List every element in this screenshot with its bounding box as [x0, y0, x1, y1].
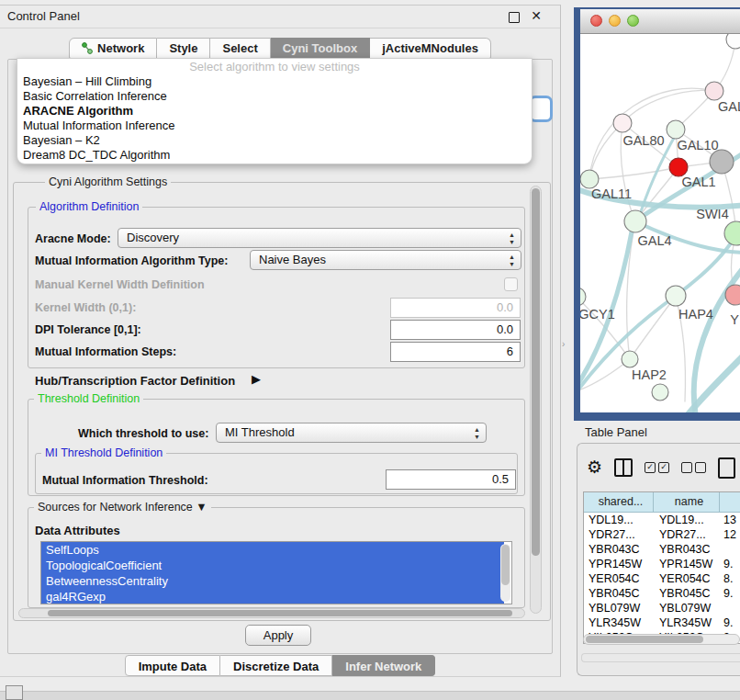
attribute-item[interactable]: gal4RGexp	[41, 589, 504, 604]
which-threshold-combo[interactable]: MI Threshold ▲▼	[216, 423, 487, 443]
table-row[interactable]: YER054CYER054C8.	[584, 571, 740, 586]
algorithm-option[interactable]: Mutual Information Inference	[17, 119, 532, 133]
panel-splitter-handle[interactable]: ›	[562, 338, 571, 351]
which-threshold-label: Which threshold to use:	[78, 427, 208, 440]
table-cell: YBR043C	[584, 542, 654, 557]
attribute-table: shared...name YDL19...YDL19...13YDR27...…	[583, 491, 740, 644]
tab-network[interactable]: Network	[69, 38, 157, 59]
network-node-swi4[interactable]	[724, 221, 740, 245]
column-header[interactable]: name	[654, 492, 720, 512]
node-label-gal1: GAL1	[681, 175, 715, 189]
columns-icon[interactable]	[614, 458, 633, 477]
mac-close-icon[interactable]	[590, 15, 602, 27]
control-panel-titlebar: Control Panel ✕	[0, 6, 560, 28]
network-node-y[interactable]	[725, 285, 740, 305]
table-row[interactable]: YLR345WYLR345W9.	[584, 615, 740, 630]
screen: Control Panel ✕ NetworkStyleSelectCyni T…	[0, 0, 740, 700]
network-edge[interactable]	[591, 167, 678, 179]
mi-threshold-field[interactable]: 0.5	[386, 469, 516, 490]
network-node-hap2[interactable]	[622, 351, 638, 367]
attributes-list-scrollbar[interactable]	[500, 544, 510, 602]
algorithm-option[interactable]: Basic Correlation Inference	[17, 89, 532, 104]
algorithm-option[interactable]: Dream8 DC_TDC Algorithm	[17, 148, 532, 163]
table-horizontal-scrollbar-thumb[interactable]	[586, 636, 703, 643]
network-node-gal11[interactable]	[580, 170, 599, 188]
aracne-mode-combo[interactable]: Discovery ▲▼	[118, 228, 521, 248]
settings-horizontal-scrollbar-thumb[interactable]	[48, 610, 512, 616]
table-cell: YBL079W	[584, 601, 654, 615]
column-header[interactable]	[720, 492, 740, 512]
network-node-gal80[interactable]	[613, 114, 632, 132]
network-node-gal4[interactable]	[624, 210, 646, 232]
network-edge[interactable]	[589, 123, 622, 179]
network-node[interactable]	[726, 34, 740, 49]
table-cell: YPR145W	[584, 557, 654, 571]
algorithm-option[interactable]: Bayesian – Hill Climbing	[17, 74, 532, 89]
deselect-all-icon[interactable]	[681, 462, 706, 473]
bottom-strip	[0, 691, 740, 700]
network-node-gal10[interactable]	[667, 120, 685, 139]
data-attributes-list[interactable]: SelfLoopsTopologicalCoefficientBetweenne…	[40, 541, 512, 604]
close-window-icon[interactable]: ✕	[531, 8, 542, 23]
attribute-item[interactable]: TopologicalCoefficient	[41, 558, 504, 573]
table-cell: YDR27...	[584, 527, 654, 542]
table-cell: 9.	[720, 557, 740, 571]
table-cell: YDL19...	[584, 513, 654, 527]
network-node[interactable]	[710, 150, 734, 174]
network-window-titlebar[interactable]	[580, 9, 740, 34]
algorithm-option[interactable]: Bayesian – K2	[17, 133, 532, 148]
algorithm-option[interactable]: ARACNE Algorithm	[17, 104, 532, 119]
tab-label: Select	[222, 38, 257, 59]
table-horizontal-scrollbar[interactable]	[583, 634, 740, 645]
tab-jactivemnodules[interactable]: jActiveMNodules	[370, 38, 491, 59]
tab-infer-network[interactable]: Infer Network	[332, 655, 435, 676]
gear-icon[interactable]: ⚙	[587, 457, 602, 478]
table-row[interactable]: YDR27...YDR27...12	[584, 527, 740, 542]
mi-steps-field[interactable]: 6	[390, 342, 521, 362]
hub-expand-arrow-icon[interactable]: ▶	[252, 372, 261, 386]
bottom-left-widget-icon[interactable]	[6, 685, 23, 700]
table-cell: YBR045C	[584, 586, 654, 601]
table-row[interactable]: YPR145WYPR145W9.	[584, 557, 740, 571]
network-graph[interactable]: GALGAL80GAL10GAL1GAL11GAL4SWI4GCY1HAP4YH…	[580, 34, 740, 412]
network-node-hap4[interactable]	[666, 286, 686, 306]
select-all-icon[interactable]: ✓ ✓	[645, 462, 669, 473]
mac-minimize-icon[interactable]	[609, 15, 621, 27]
apply-button[interactable]: Apply	[245, 625, 311, 646]
table-row[interactable]: YBR043CYBR043C	[584, 542, 740, 557]
tab-label: Network	[97, 38, 144, 59]
network-node-gal1[interactable]	[669, 158, 688, 176]
hub-definition-toggle[interactable]: Hub/Transcription Factor Definition	[35, 374, 235, 388]
tab-discretize-data[interactable]: Discretize Data	[220, 655, 332, 676]
table-row[interactable]: YDL19...YDL19...13	[584, 513, 740, 527]
network-node[interactable]	[652, 384, 668, 401]
node-label-gal10: GAL10	[677, 138, 718, 152]
table-cell	[720, 601, 740, 615]
sources-collapse-arrow-icon[interactable]: ▼	[196, 501, 207, 514]
tab-select[interactable]: Select	[210, 38, 270, 59]
mi-type-combo[interactable]: Naive Bayes ▲▼	[250, 250, 521, 270]
table-cell: 9.	[720, 586, 740, 601]
attribute-item[interactable]: BetweennessCentrality	[41, 573, 504, 589]
network-node-gcy1[interactable]	[580, 288, 586, 306]
column-header[interactable]: shared...	[584, 492, 654, 512]
dpi-tolerance-field[interactable]: 0.0	[390, 320, 521, 340]
tab-impute-data[interactable]: Impute Data	[125, 655, 220, 676]
attribute-item[interactable]: SelfLoops	[41, 542, 504, 558]
settings-vertical-scrollbar-thumb[interactable]	[532, 188, 540, 556]
sources-title-text: Sources for Network Inference	[38, 501, 193, 514]
manual-kernel-checkbox[interactable]	[504, 277, 518, 291]
table-cell: YER054C	[654, 571, 720, 586]
table-row[interactable]: YBR045CYBR045C9.	[584, 586, 740, 601]
table-cell: YER054C	[584, 571, 654, 586]
mac-zoom-icon[interactable]	[627, 15, 639, 27]
tab-style[interactable]: Style	[157, 38, 210, 59]
file-icon[interactable]	[718, 457, 735, 479]
kernel-width-field[interactable]: 0.0	[390, 298, 521, 318]
tab-cyni-toolbox[interactable]: Cyni Toolbox	[271, 38, 370, 59]
float-window-icon[interactable]	[509, 12, 520, 23]
network-edge[interactable]	[622, 90, 714, 123]
network-node-gal[interactable]	[705, 82, 723, 100]
network-canvas[interactable]: GALGAL80GAL10GAL1GAL11GAL4SWI4GCY1HAP4YH…	[580, 34, 740, 412]
table-row[interactable]: YBL079WYBL079W	[584, 601, 740, 615]
